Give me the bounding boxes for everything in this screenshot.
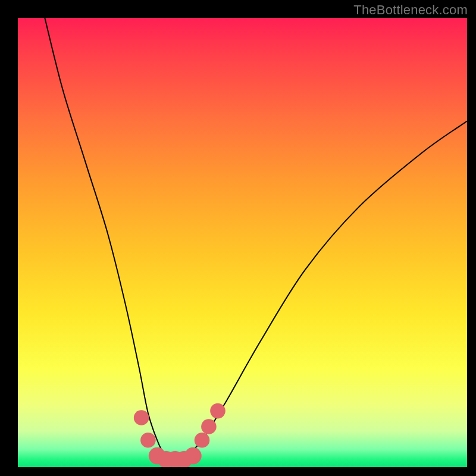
curve-marker (140, 433, 156, 448)
curve-marker (184, 447, 202, 465)
curve-marker (210, 403, 226, 419)
watermark-label: TheBottleneck.com (353, 2, 468, 18)
curve-marker (201, 419, 217, 434)
curve-marker (134, 410, 149, 425)
bottleneck-curve (45, 18, 467, 459)
curve-marker (195, 433, 210, 448)
chart-stage: TheBottleneck.com (0, 0, 476, 476)
curve-layer (18, 18, 467, 467)
